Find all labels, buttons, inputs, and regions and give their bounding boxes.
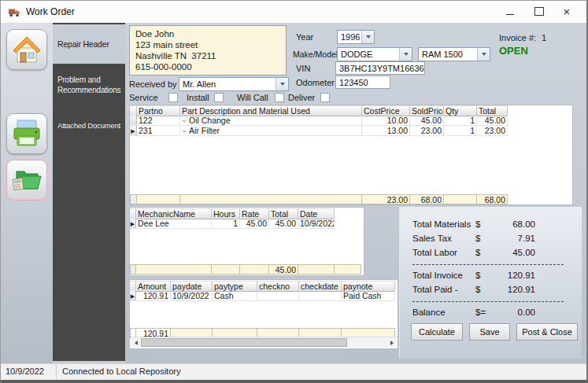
odometer-field[interactable]	[335, 75, 390, 89]
labor-col-hours[interactable]: Hours	[212, 208, 240, 219]
row-selector[interactable]	[130, 116, 137, 126]
labor-grid-header: MechanicName Hours Rate Total Date	[130, 208, 364, 219]
parts-header-selector	[130, 105, 137, 116]
horizontal-scrollbar[interactable]	[131, 337, 397, 348]
parts-cell-sold[interactable]: 23.00	[410, 126, 444, 136]
parts-col-soldprice[interactable]: SoldPrice	[410, 105, 444, 116]
home-icon	[12, 35, 42, 64]
chevron-down-icon[interactable]	[399, 48, 412, 61]
chevron-down-icon[interactable]	[276, 78, 288, 90]
will-call-checkbox[interactable]	[275, 93, 284, 102]
current-row-selector[interactable]: ▶	[130, 291, 136, 301]
payment-row-1[interactable]: ▶ 120.91 10/9/2022 Cash Paid Cash	[130, 291, 398, 301]
chevron-down-icon[interactable]	[477, 48, 490, 61]
labor-cell-date[interactable]: 10/9/2022	[298, 219, 335, 229]
calculator-folder-icon	[11, 166, 43, 194]
parts-cell-qty[interactable]: 1	[444, 116, 477, 126]
payment-col-checkno[interactable]: checkno	[257, 281, 299, 292]
parts-row-2[interactable]: ▶ 231 Air Filter 13.00 23.00 1 23.00	[130, 126, 572, 136]
vin-field[interactable]	[335, 61, 425, 75]
payment-cell-amount[interactable]: 120.91	[136, 291, 171, 301]
parts-col-partno[interactable]: Partno	[137, 105, 180, 116]
invoice-number-label: Invoice #:	[499, 33, 536, 42]
parts-col-description[interactable]: Part Description and Material Used	[180, 105, 362, 116]
parts-cell-total[interactable]: 23.00	[477, 126, 508, 136]
payment-cell-paytype[interactable]: Cash	[213, 291, 257, 301]
calculator-button[interactable]	[6, 160, 47, 201]
labor-col-date[interactable]: Date	[298, 208, 335, 219]
parts-cell-description[interactable]: Air Filter	[180, 126, 362, 136]
tab-attached-document[interactable]: Attached Document	[53, 117, 125, 133]
labor-row-1[interactable]: ▶ Dee Lee 1 45.00 45.00 10/9/2022	[130, 219, 364, 229]
scrollbar-thumb[interactable]	[141, 338, 347, 347]
parts-cell-sold[interactable]: 45.00	[410, 116, 444, 126]
close-button[interactable]: ×	[553, 1, 580, 22]
payment-col-checkdate[interactable]: checkdate	[299, 281, 342, 292]
parts-col-qty[interactable]: Qty	[444, 105, 477, 116]
tab-problem-recommendations[interactable]: Problem and Recommendations	[53, 72, 125, 98]
total-invoice-symbol: $	[475, 271, 505, 280]
customer-info-box[interactable]: Doe John 123 main street Nashville TN 37…	[129, 25, 287, 75]
labor-cell-rate[interactable]: 45.00	[240, 219, 269, 229]
labor-col-total[interactable]: Total	[269, 208, 298, 219]
payment-col-paynote[interactable]: paynote	[342, 281, 395, 292]
customer-street: 123 main street	[135, 39, 280, 50]
labor-total-hours	[212, 264, 240, 274]
current-row-selector[interactable]: ▶	[130, 219, 136, 229]
payment-cell-checkno[interactable]	[257, 291, 299, 301]
total-paid-symbol: $	[475, 285, 505, 294]
parts-cell-qty[interactable]: 1	[444, 126, 477, 136]
maximize-button[interactable]	[526, 1, 553, 22]
post-close-button[interactable]: Post & Close	[516, 323, 578, 341]
labor-cell-hours[interactable]: 1	[212, 219, 240, 229]
tab-repair-header[interactable]: Repair Header	[53, 24, 125, 64]
parts-row-1[interactable]: 122 Oil Change 10.00 45.00 1 45.00	[130, 116, 572, 126]
labor-header-selector	[130, 208, 136, 219]
window-title: Work Order	[26, 6, 75, 17]
labor-col-mechanicname[interactable]: MechanicName	[136, 208, 212, 219]
parts-cell-partno[interactable]: 231	[137, 126, 180, 136]
payment-cell-checkdate[interactable]	[299, 291, 342, 301]
deliver-checkbox[interactable]	[320, 93, 330, 102]
payment-col-paytype[interactable]: paytype	[213, 281, 257, 292]
labor-cell-total[interactable]: 45.00	[269, 219, 298, 229]
payment-col-amount[interactable]: Amount	[136, 281, 171, 292]
model-select[interactable]: RAM 1500	[418, 47, 490, 61]
summary-divider	[412, 264, 564, 265]
print-button[interactable]	[6, 113, 47, 154]
received-by-select[interactable]: Mr. Allen	[179, 77, 289, 91]
save-button[interactable]: Save	[469, 323, 510, 341]
service-label: Service	[129, 93, 158, 102]
home-button[interactable]	[6, 29, 47, 70]
payment-cell-paydate[interactable]: 10/9/2022	[171, 291, 213, 301]
scroll-right-icon[interactable]	[386, 337, 397, 348]
parts-cell-total[interactable]: 45.00	[477, 116, 508, 126]
total-materials-label: Total Materials	[412, 219, 475, 229]
make-select[interactable]: DODGE	[337, 47, 412, 61]
parts-col-costprice[interactable]: CostPrice	[362, 105, 410, 116]
received-by-value: Mr. Allen	[183, 79, 216, 89]
sales-tax-value: 7.91	[505, 234, 535, 243]
year-select[interactable]: 1996	[337, 30, 375, 44]
titlebar[interactable]: Work Order ×	[1, 1, 586, 23]
scroll-left-icon[interactable]	[131, 337, 141, 348]
calculate-button[interactable]: Calculate	[411, 323, 463, 341]
parts-cell-partno[interactable]: 122	[137, 116, 180, 126]
labor-total-name	[136, 264, 212, 274]
repair-header-panel: Doe John 123 main street Nashville TN 37…	[125, 23, 586, 363]
customer-name: Doe John	[135, 28, 280, 39]
minimize-button[interactable]	[497, 1, 523, 22]
service-checkbox[interactable]	[168, 93, 178, 102]
parts-cell-description[interactable]: Oil Change	[180, 116, 362, 126]
current-row-selector[interactable]: ▶	[130, 126, 137, 136]
parts-cell-cost[interactable]: 13.00	[362, 126, 410, 136]
parts-cell-cost[interactable]: 10.00	[362, 116, 410, 126]
payment-cell-paynote[interactable]: Paid Cash	[342, 291, 395, 301]
parts-col-total[interactable]: Total	[477, 105, 508, 116]
labor-col-rate[interactable]: Rate	[240, 208, 269, 219]
status-date: 10/9/2022	[6, 366, 44, 376]
chevron-down-icon[interactable]	[361, 31, 374, 43]
install-checkbox[interactable]	[214, 93, 224, 102]
payment-col-paydate[interactable]: paydate	[171, 281, 213, 292]
labor-cell-name[interactable]: Dee Lee	[136, 219, 212, 229]
